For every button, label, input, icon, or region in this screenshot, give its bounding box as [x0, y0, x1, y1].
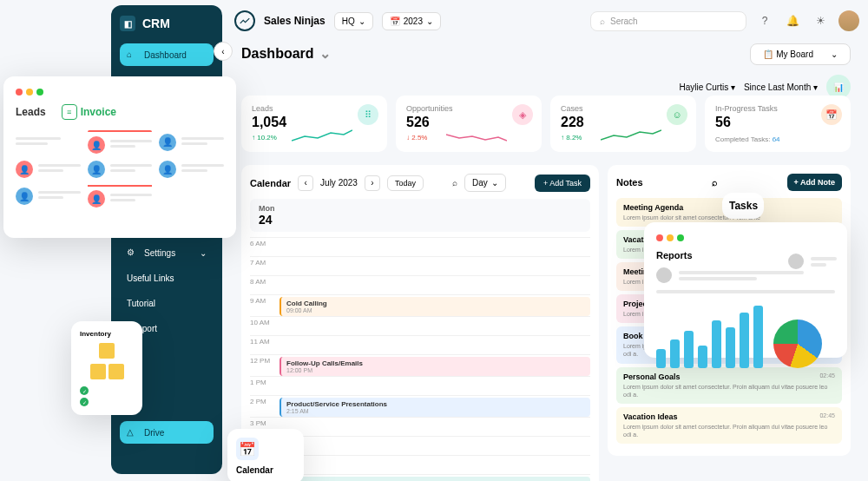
person-icon	[788, 254, 804, 269]
time-slot[interactable]: 8 AM	[250, 275, 590, 294]
leads-popup: Leads ≡ Invoice 👤 👤 👤 👤 👤 👤 👤	[3, 76, 236, 238]
chevron-down-icon: ⌄	[200, 248, 207, 258]
calendar-popup-title: Calendar	[236, 465, 295, 475]
lead-item[interactable]: 👤	[159, 161, 224, 178]
sidebar-item-tutorial[interactable]: Tutorial	[120, 293, 214, 314]
lead-item[interactable]	[16, 130, 81, 154]
chevron-down-icon: ⌄	[426, 16, 433, 26]
sidebar-collapse-button[interactable]: ‹	[214, 42, 233, 61]
lead-item[interactable]: 👤	[88, 185, 153, 208]
minimize-icon[interactable]	[26, 89, 33, 96]
day-header: Mon 24	[250, 199, 590, 232]
lead-item[interactable]: 👤	[88, 161, 153, 178]
bar	[712, 320, 721, 368]
headset-icon: ☺	[667, 104, 687, 125]
calendar-event[interactable]: Product/Service Presentations2:15 AM	[279, 398, 590, 417]
calendar-event[interactable]: Cold Calling09:00 AM	[279, 297, 590, 316]
kpi-tasks[interactable]: In-Progress Tasks 56 Completed Tasks: 64…	[705, 96, 851, 152]
calendar-popup: 📅 Calendar	[227, 429, 304, 481]
kpi-leads[interactable]: Leads 1,054 ↑ 10.2% ⠿	[241, 96, 387, 152]
check-icon: ✓	[80, 398, 89, 406]
home-icon: ⌂	[127, 49, 137, 60]
bar	[740, 313, 749, 368]
time-slot[interactable]: 12 PMFollow-Up Calls/Emails12:00 PM	[250, 354, 590, 376]
search-input[interactable]: ⌕ Serach	[590, 11, 746, 31]
time-slot[interactable]: 2 PMProduct/Service Presentations2:15 AM	[250, 395, 590, 417]
topbar: Sales Ninjas HQ ⌄ 📅 2023 ⌄ ⌕ Serach ? 🔔 …	[234, 7, 859, 35]
kpi-cases[interactable]: Cases 228 ↑ 8.2% ☺	[550, 96, 696, 152]
sidebar-drive-button[interactable]: △ Drive	[120, 421, 214, 444]
lead-item[interactable]: 👤	[16, 185, 81, 208]
maximize-icon[interactable]	[36, 89, 43, 96]
note-item[interactable]: Vacation IdeasLorem ipsum dolor sit amet…	[616, 407, 842, 444]
minimize-icon[interactable]	[667, 234, 674, 241]
time-label: 3 PM	[250, 419, 273, 427]
time-label: 9 AM	[250, 297, 273, 305]
maximize-icon[interactable]	[677, 234, 684, 241]
add-task-button[interactable]: + Add Task	[535, 175, 590, 192]
time-label: 6 AM	[250, 240, 273, 247]
sparkline	[292, 128, 352, 145]
sidebar-item-useful-links[interactable]: Useful Links	[120, 267, 214, 289]
notes-title: Notes	[616, 177, 643, 188]
reports-popup: Reports	[644, 222, 847, 358]
inventory-popup: Inventory ✓ ✓	[71, 321, 142, 415]
calendar-event[interactable]: Proposal Creation	[279, 477, 590, 481]
lead-item[interactable]: 👤	[159, 130, 224, 154]
theme-toggle-button[interactable]: ☀	[811, 11, 830, 30]
range-filter[interactable]: Since Last Month ▾	[744, 82, 818, 92]
users-icon: ⠿	[358, 104, 378, 125]
lead-item[interactable]: 👤	[88, 130, 153, 154]
prev-month-button[interactable]: ‹	[298, 175, 313, 191]
time-slot[interactable]: 7 AM	[250, 256, 590, 275]
window-controls	[16, 89, 224, 96]
calendar-icon: 📅	[236, 438, 259, 460]
sidebar-label: Drive	[144, 428, 164, 438]
user-avatar[interactable]	[838, 10, 859, 31]
shield-icon: ◈	[512, 104, 533, 125]
add-note-button[interactable]: + Add Note	[787, 174, 842, 191]
sidebar-item-dashboard[interactable]: ⌂ Dashboard	[120, 43, 214, 66]
calendar-month: July 2023	[320, 178, 358, 188]
lead-item[interactable]: 👤	[16, 161, 81, 178]
tab-leads[interactable]: Leads	[16, 106, 46, 118]
board-select[interactable]: 📋 My Board ⌄	[750, 43, 851, 65]
time-slot[interactable]: 6 AM	[250, 237, 590, 256]
search-icon[interactable]: ⌕	[452, 178, 457, 188]
note-item[interactable]: Personal GoalsLorem ipsum dolor sit amet…	[616, 367, 842, 404]
year-select[interactable]: 📅 2023 ⌄	[382, 12, 441, 30]
box-icon	[90, 364, 106, 379]
kpi-opportunities[interactable]: Opportunities 526 ↓ 2.5% ◈	[396, 96, 542, 152]
tasks-title: Tasks	[729, 200, 757, 212]
next-month-button[interactable]: ›	[365, 175, 380, 191]
sidebar-label: Settings	[144, 248, 175, 258]
time-label: 7 AM	[250, 259, 273, 267]
view-select[interactable]: Day ⌄	[464, 174, 506, 192]
location-select[interactable]: HQ ⌄	[334, 12, 373, 30]
notifications-button[interactable]: 🔔	[783, 11, 802, 30]
search-icon[interactable]: ⌕	[712, 177, 718, 188]
sparkline	[446, 128, 507, 145]
app-logo: ◧ CRM	[120, 16, 214, 31]
person-icon: 👤	[159, 161, 176, 178]
team-logo-icon	[234, 10, 255, 31]
calendar-title: Calendar	[250, 178, 291, 188]
help-button[interactable]: ?	[755, 11, 774, 30]
calendar-event[interactable]: Follow-Up Calls/Emails12:00 PM	[279, 357, 590, 376]
app-name: CRM	[142, 16, 170, 30]
close-icon[interactable]	[656, 234, 663, 241]
time-slot[interactable]: 10 AM	[250, 316, 590, 335]
time-label: 8 AM	[250, 278, 273, 286]
page-title: Dashboard ⌄	[241, 45, 331, 62]
tab-invoice[interactable]: ≡ Invoice	[62, 104, 116, 120]
bar-chart	[656, 300, 763, 368]
user-filter[interactable]: Haylie Curtis ▾	[679, 82, 734, 92]
today-button[interactable]: Today	[387, 175, 424, 191]
time-slot[interactable]: 11 AM	[250, 335, 590, 354]
close-icon[interactable]	[16, 89, 23, 96]
chevron-down-icon[interactable]: ⌄	[319, 45, 331, 62]
time-slot[interactable]: 9 AMCold Calling09:00 AM	[250, 294, 590, 316]
bar	[698, 346, 707, 368]
sidebar-item-settings[interactable]: ⚙ Settings ⌄	[120, 241, 214, 264]
time-slot[interactable]: 1 PM	[250, 376, 590, 395]
